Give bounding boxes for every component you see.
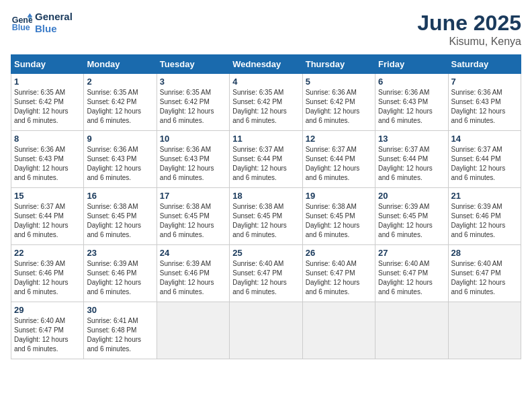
day-cell <box>302 302 375 359</box>
day-cell: 23Sunrise: 6:39 AMSunset: 6:46 PMDayligh… <box>84 245 157 302</box>
week-row-1: 8Sunrise: 6:36 AMSunset: 6:43 PMDaylight… <box>11 131 521 188</box>
day-number: 21 <box>451 191 518 201</box>
day-cell <box>448 302 521 359</box>
day-number: 2 <box>87 77 153 87</box>
calendar-body: 1Sunrise: 6:35 AMSunset: 6:42 PMDaylight… <box>11 74 521 359</box>
day-cell: 10Sunrise: 6:36 AMSunset: 6:43 PMDayligh… <box>157 131 229 188</box>
day-number: 12 <box>306 134 372 144</box>
day-info: Sunrise: 6:36 AMSunset: 6:43 PMDaylight:… <box>160 145 226 183</box>
day-number: 22 <box>14 248 81 258</box>
week-row-3: 22Sunrise: 6:39 AMSunset: 6:46 PMDayligh… <box>11 245 521 302</box>
day-number: 4 <box>232 77 299 87</box>
day-info: Sunrise: 6:40 AMSunset: 6:47 PMDaylight:… <box>306 259 372 297</box>
weekday-header-saturday: Saturday <box>448 55 521 74</box>
day-cell: 30Sunrise: 6:41 AMSunset: 6:48 PMDayligh… <box>84 302 157 359</box>
week-row-4: 29Sunrise: 6:40 AMSunset: 6:47 PMDayligh… <box>11 302 521 359</box>
day-info: Sunrise: 6:39 AMSunset: 6:45 PMDaylight:… <box>378 202 445 240</box>
day-cell <box>230 302 302 359</box>
day-number: 10 <box>160 134 226 144</box>
day-cell: 16Sunrise: 6:38 AMSunset: 6:45 PMDayligh… <box>84 188 157 245</box>
svg-text:Blue: Blue <box>12 23 30 32</box>
day-cell <box>157 302 229 359</box>
weekday-header-sunday: Sunday <box>11 55 84 74</box>
day-number: 23 <box>87 248 153 258</box>
day-number: 3 <box>160 77 226 87</box>
day-info: Sunrise: 6:36 AMSunset: 6:43 PMDaylight:… <box>451 88 518 126</box>
day-cell: 3Sunrise: 6:35 AMSunset: 6:42 PMDaylight… <box>157 74 229 131</box>
month-title: June 2025 <box>417 11 521 36</box>
day-info: Sunrise: 6:35 AMSunset: 6:42 PMDaylight:… <box>14 88 81 126</box>
day-number: 11 <box>232 134 299 144</box>
day-info: Sunrise: 6:41 AMSunset: 6:48 PMDaylight:… <box>87 316 153 354</box>
day-info: Sunrise: 6:40 AMSunset: 6:47 PMDaylight:… <box>451 259 518 297</box>
day-number: 5 <box>306 77 372 87</box>
day-number: 29 <box>14 305 81 315</box>
day-info: Sunrise: 6:39 AMSunset: 6:46 PMDaylight:… <box>14 259 81 297</box>
day-number: 30 <box>87 305 153 315</box>
day-number: 13 <box>378 134 445 144</box>
weekday-header-row: SundayMondayTuesdayWednesdayThursdayFrid… <box>11 55 521 74</box>
day-number: 9 <box>87 134 153 144</box>
logo-line1: General <box>35 11 73 23</box>
day-cell: 19Sunrise: 6:38 AMSunset: 6:45 PMDayligh… <box>302 188 375 245</box>
day-number: 8 <box>14 134 81 144</box>
day-info: Sunrise: 6:38 AMSunset: 6:45 PMDaylight:… <box>232 202 299 240</box>
day-info: Sunrise: 6:38 AMSunset: 6:45 PMDaylight:… <box>87 202 153 240</box>
day-cell: 14Sunrise: 6:37 AMSunset: 6:44 PMDayligh… <box>448 131 521 188</box>
day-info: Sunrise: 6:38 AMSunset: 6:45 PMDaylight:… <box>306 202 372 240</box>
day-info: Sunrise: 6:37 AMSunset: 6:44 PMDaylight:… <box>378 145 445 183</box>
day-number: 24 <box>160 248 226 258</box>
weekday-header-tuesday: Tuesday <box>157 55 229 74</box>
location: Kisumu, Kenya <box>417 36 521 48</box>
day-cell: 29Sunrise: 6:40 AMSunset: 6:47 PMDayligh… <box>11 302 84 359</box>
day-cell: 28Sunrise: 6:40 AMSunset: 6:47 PMDayligh… <box>448 245 521 302</box>
day-info: Sunrise: 6:37 AMSunset: 6:44 PMDaylight:… <box>451 145 518 183</box>
page-header: General Blue General Blue June 2025 Kisu… <box>11 11 521 48</box>
day-cell: 11Sunrise: 6:37 AMSunset: 6:44 PMDayligh… <box>230 131 302 188</box>
day-info: Sunrise: 6:39 AMSunset: 6:46 PMDaylight:… <box>160 259 226 297</box>
day-cell: 5Sunrise: 6:36 AMSunset: 6:42 PMDaylight… <box>302 74 375 131</box>
day-cell: 27Sunrise: 6:40 AMSunset: 6:47 PMDayligh… <box>375 245 448 302</box>
day-info: Sunrise: 6:39 AMSunset: 6:46 PMDaylight:… <box>451 202 518 240</box>
day-info: Sunrise: 6:39 AMSunset: 6:46 PMDaylight:… <box>87 259 153 297</box>
title-block: June 2025 Kisumu, Kenya <box>417 11 521 48</box>
logo: General Blue General Blue <box>11 11 73 35</box>
day-cell: 4Sunrise: 6:35 AMSunset: 6:42 PMDaylight… <box>230 74 302 131</box>
day-number: 14 <box>451 134 518 144</box>
day-info: Sunrise: 6:37 AMSunset: 6:44 PMDaylight:… <box>14 202 81 240</box>
day-cell: 22Sunrise: 6:39 AMSunset: 6:46 PMDayligh… <box>11 245 84 302</box>
day-cell: 12Sunrise: 6:37 AMSunset: 6:44 PMDayligh… <box>302 131 375 188</box>
day-number: 16 <box>87 191 153 201</box>
day-cell: 17Sunrise: 6:38 AMSunset: 6:45 PMDayligh… <box>157 188 229 245</box>
day-info: Sunrise: 6:36 AMSunset: 6:43 PMDaylight:… <box>87 145 153 183</box>
day-number: 27 <box>378 248 445 258</box>
day-number: 7 <box>451 77 518 87</box>
logo-line2: Blue <box>35 23 73 35</box>
weekday-header-friday: Friday <box>375 55 448 74</box>
day-info: Sunrise: 6:35 AMSunset: 6:42 PMDaylight:… <box>87 88 153 126</box>
day-info: Sunrise: 6:37 AMSunset: 6:44 PMDaylight:… <box>232 145 299 183</box>
day-info: Sunrise: 6:40 AMSunset: 6:47 PMDaylight:… <box>378 259 445 297</box>
weekday-header-monday: Monday <box>84 55 157 74</box>
day-number: 17 <box>160 191 226 201</box>
day-cell: 13Sunrise: 6:37 AMSunset: 6:44 PMDayligh… <box>375 131 448 188</box>
day-number: 19 <box>306 191 372 201</box>
week-row-0: 1Sunrise: 6:35 AMSunset: 6:42 PMDaylight… <box>11 74 521 131</box>
day-number: 1 <box>14 77 81 87</box>
day-info: Sunrise: 6:37 AMSunset: 6:44 PMDaylight:… <box>306 145 372 183</box>
day-info: Sunrise: 6:40 AMSunset: 6:47 PMDaylight:… <box>232 259 299 297</box>
day-number: 18 <box>232 191 299 201</box>
day-number: 28 <box>451 248 518 258</box>
day-cell: 25Sunrise: 6:40 AMSunset: 6:47 PMDayligh… <box>230 245 302 302</box>
day-cell: 7Sunrise: 6:36 AMSunset: 6:43 PMDaylight… <box>448 74 521 131</box>
day-cell: 18Sunrise: 6:38 AMSunset: 6:45 PMDayligh… <box>230 188 302 245</box>
day-info: Sunrise: 6:36 AMSunset: 6:43 PMDaylight:… <box>378 88 445 126</box>
day-info: Sunrise: 6:38 AMSunset: 6:45 PMDaylight:… <box>160 202 226 240</box>
day-cell: 9Sunrise: 6:36 AMSunset: 6:43 PMDaylight… <box>84 131 157 188</box>
day-info: Sunrise: 6:36 AMSunset: 6:42 PMDaylight:… <box>306 88 372 126</box>
calendar-table: SundayMondayTuesdayWednesdayThursdayFrid… <box>11 54 521 359</box>
day-info: Sunrise: 6:36 AMSunset: 6:43 PMDaylight:… <box>14 145 81 183</box>
day-cell: 20Sunrise: 6:39 AMSunset: 6:45 PMDayligh… <box>375 188 448 245</box>
day-number: 20 <box>378 191 445 201</box>
day-number: 15 <box>14 191 81 201</box>
